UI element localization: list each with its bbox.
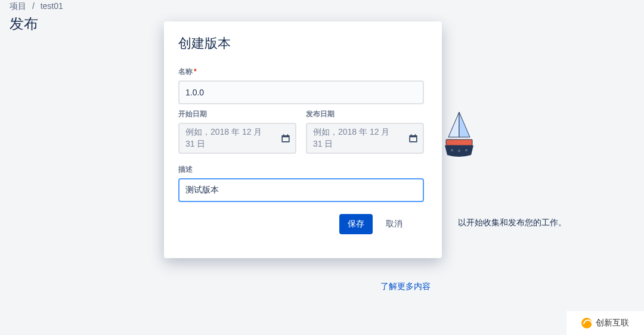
calendar-icon[interactable] bbox=[280, 132, 292, 144]
release-date-label: 发布日期 bbox=[306, 109, 424, 119]
watermark-text: 创新互联 bbox=[596, 318, 629, 328]
name-input[interactable] bbox=[178, 80, 424, 104]
start-date-placeholder: 例如，2018 年 12 月 31 日 bbox=[185, 126, 273, 150]
svg-rect-0 bbox=[446, 139, 472, 145]
watermark-icon bbox=[581, 318, 592, 328]
breadcrumb-root[interactable]: 项目 bbox=[10, 1, 26, 11]
breadcrumb-current[interactable]: test01 bbox=[41, 1, 63, 11]
svg-point-3 bbox=[465, 149, 467, 151]
breadcrumb: 项目 / test01 bbox=[0, 0, 644, 12]
background-hint-text: 以开始收集和发布您的工作。 bbox=[458, 218, 566, 228]
svg-point-2 bbox=[458, 150, 460, 152]
description-label: 描述 bbox=[178, 165, 424, 175]
modal-title: 创建版本 bbox=[164, 21, 442, 57]
name-label: 名称* bbox=[178, 67, 424, 77]
release-date-placeholder: 例如，2018 年 12 月 31 日 bbox=[313, 126, 400, 150]
start-date-label: 开始日期 bbox=[178, 109, 296, 119]
modal-body[interactable]: 名称* 开始日期 例如，2018 年 12 月 31 日 发布日期 bbox=[164, 57, 442, 258]
release-date-input[interactable]: 例如，2018 年 12 月 31 日 bbox=[306, 123, 424, 154]
start-date-input[interactable]: 例如，2018 年 12 月 31 日 bbox=[178, 123, 296, 154]
calendar-icon[interactable] bbox=[407, 132, 419, 144]
svg-point-1 bbox=[451, 149, 453, 151]
cancel-button[interactable]: 取消 bbox=[379, 214, 410, 234]
watermark: 创新互联 bbox=[566, 311, 644, 335]
ship-illustration bbox=[441, 107, 477, 161]
description-input[interactable] bbox=[178, 178, 424, 202]
save-button[interactable]: 保存 bbox=[339, 214, 373, 234]
name-label-text: 名称 bbox=[178, 67, 193, 76]
learn-more-link[interactable]: 了解更多内容 bbox=[380, 281, 431, 292]
required-indicator: * bbox=[194, 67, 197, 76]
breadcrumb-separator: / bbox=[32, 1, 35, 11]
create-version-modal: 创建版本 名称* 开始日期 例如，2018 年 12 月 31 日 发布日期 bbox=[164, 21, 442, 258]
